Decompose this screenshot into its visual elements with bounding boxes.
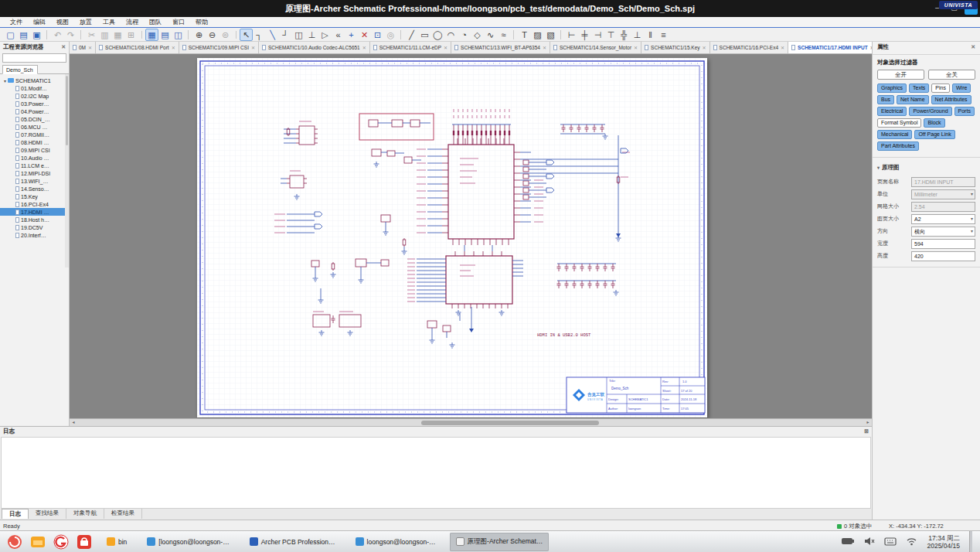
tree-item[interactable]: 18.Host h… (0, 216, 69, 223)
tree-item[interactable]: 17.HDMI … (0, 208, 69, 216)
tree-item[interactable]: 06.MCU … (0, 123, 69, 131)
undo-icon[interactable] (51, 29, 64, 41)
filter-button[interactable]: Net Attributes (931, 95, 971, 104)
split-view-icon[interactable] (172, 29, 185, 41)
taskbar-window-button[interactable]: bin (100, 533, 133, 551)
align-left-icon[interactable] (565, 29, 578, 41)
schematic-section-header[interactable]: ▾原理图 (877, 164, 975, 172)
schematic-sheet[interactable]: HDMI IN & USB2.0 HOST 合见工软 UNIVISTA Titl… (197, 58, 707, 417)
align-center-v-icon[interactable] (618, 29, 631, 41)
align-top-icon[interactable] (604, 29, 618, 41)
distribute-h-icon[interactable] (644, 29, 657, 41)
freehand-icon[interactable] (497, 29, 510, 41)
arc-icon[interactable] (444, 29, 458, 41)
show-desktop-button[interactable] (969, 531, 972, 552)
save-icon[interactable] (30, 29, 43, 41)
align-bottom-icon[interactable] (631, 29, 644, 41)
dock-tab[interactable]: 检查结果 (104, 509, 142, 519)
launcher-icon[interactable] (6, 533, 23, 550)
taskbar-window-button[interactable]: Archer PCB Profession… (243, 533, 342, 551)
project-tree-scrollbar[interactable] (65, 74, 69, 267)
project-panel-close-icon[interactable]: ✕ (61, 44, 66, 50)
property-input[interactable]: 17.HDMI INPUT (911, 177, 975, 187)
property-input[interactable]: 594 (911, 239, 975, 249)
menu-item[interactable]: 编辑 (28, 17, 51, 27)
ground-icon[interactable] (305, 29, 318, 41)
filter-button[interactable]: Block (924, 118, 944, 128)
property-input[interactable]: 横向 (911, 227, 975, 237)
filter-button[interactable]: Wire (952, 83, 971, 93)
tree-item[interactable]: 04.Power… (0, 107, 69, 115)
document-tab[interactable]: SCHEMATIC1/14.Sensor_Motor ✕ (550, 42, 641, 53)
tab-close-icon[interactable]: ✕ (543, 45, 546, 50)
menu-item[interactable]: 文件 (5, 17, 28, 27)
tab-close-icon[interactable]: ✕ (634, 45, 638, 50)
file-manager-icon[interactable] (29, 533, 46, 550)
document-tab[interactable]: 0M ✕ (70, 42, 96, 53)
tree-item[interactable]: 09.MIPI CSI (0, 146, 69, 154)
property-input[interactable]: 420 (911, 251, 975, 261)
tree-item[interactable]: 15.Key (0, 193, 69, 200)
align-right-icon[interactable] (591, 29, 604, 41)
project-tab[interactable]: Demo_Sch (2, 65, 38, 74)
battery-icon[interactable] (841, 535, 855, 549)
probe-icon[interactable] (384, 29, 397, 41)
canvas-horizontal-scrollbar[interactable]: ◂ ▸ (70, 418, 872, 426)
text-icon[interactable] (518, 29, 531, 41)
keyboard-icon[interactable] (884, 535, 897, 549)
filter-button[interactable]: Graphics (877, 83, 907, 93)
bus-icon[interactable] (266, 29, 279, 41)
tab-close-icon[interactable]: ✕ (88, 45, 92, 50)
block-icon[interactable] (371, 29, 384, 41)
scroll-left-icon[interactable]: ◂ (70, 419, 77, 426)
filter-button[interactable]: Format Symbol (877, 118, 921, 128)
filter-master-button[interactable]: 全关 (928, 70, 975, 80)
grid-icon[interactable] (145, 29, 158, 41)
menu-item[interactable]: 视图 (51, 17, 74, 27)
distribute-v-icon[interactable] (657, 29, 670, 41)
scrollbar-thumb[interactable] (421, 421, 599, 425)
filter-button[interactable]: Mechanical (877, 130, 912, 139)
document-tab[interactable]: SCHEMATIC1/16.PCI-Ex4 ✕ (710, 42, 789, 53)
loongson-browser-icon[interactable] (53, 533, 70, 550)
filter-button[interactable]: Bus (877, 95, 894, 104)
clock[interactable]: 17:34 周二 2025/04/15 (927, 534, 960, 550)
align-center-h-icon[interactable] (578, 29, 591, 41)
section-collapse-icon[interactable]: ▾ (877, 165, 880, 170)
project-search-input[interactable] (2, 53, 66, 63)
image-icon[interactable] (531, 29, 544, 41)
array-paste-icon[interactable] (124, 29, 138, 41)
scroll-right-icon[interactable]: ▸ (864, 419, 872, 426)
tree-item[interactable]: 10.Audio … (0, 154, 69, 162)
net-label-icon[interactable] (279, 29, 292, 41)
dock-tab[interactable]: 日志 (2, 509, 29, 519)
schematic-canvas[interactable]: HDMI IN & USB2.0 HOST 合见工软 UNIVISTA Titl… (70, 54, 872, 418)
document-tab[interactable]: SCHEMATIC1/08.HDMI Port ✕ (96, 42, 179, 53)
filter-button[interactable]: Electrical (877, 107, 907, 116)
cut-icon[interactable] (85, 29, 98, 41)
filter-button[interactable]: Texts (909, 83, 929, 93)
select-arrow-icon[interactable] (240, 29, 253, 41)
filter-button[interactable]: Power/Ground (909, 107, 951, 116)
filter-button[interactable]: Pins (931, 83, 950, 93)
polygon-icon[interactable] (471, 29, 484, 41)
tree-item[interactable]: 01.Modif… (0, 84, 69, 92)
taskbar-window-button[interactable]: 原理图-Archer Schemat… (450, 533, 550, 551)
pie-icon[interactable] (458, 29, 471, 41)
off-page-connector-icon[interactable] (332, 29, 345, 41)
document-tab[interactable]: SCHEMATIC1/13.WIFI_BT-AP6354 ✕ (451, 42, 550, 53)
tree-item[interactable]: 11.LCM e… (0, 162, 69, 169)
tree-item[interactable]: 08.HDMI … (0, 138, 69, 146)
junction-icon[interactable] (345, 29, 358, 41)
document-tab[interactable]: SCHEMATIC1/15.Key ✕ (641, 42, 710, 53)
tab-close-icon[interactable]: ✕ (362, 45, 366, 50)
sound-muted-icon[interactable] (864, 535, 875, 549)
image-edit-icon[interactable] (544, 29, 557, 41)
ellipse-icon[interactable] (431, 29, 444, 41)
tree-item[interactable]: 05.DCIN_… (0, 115, 69, 123)
property-input[interactable]: 2.54 (911, 202, 975, 212)
taskbar-window-button[interactable]: loongson@loongson-… (349, 533, 442, 551)
spline-icon[interactable] (484, 29, 497, 41)
log-panel-close-icon[interactable]: ⊠ (864, 428, 869, 434)
tab-close-icon[interactable]: ✕ (444, 45, 447, 50)
